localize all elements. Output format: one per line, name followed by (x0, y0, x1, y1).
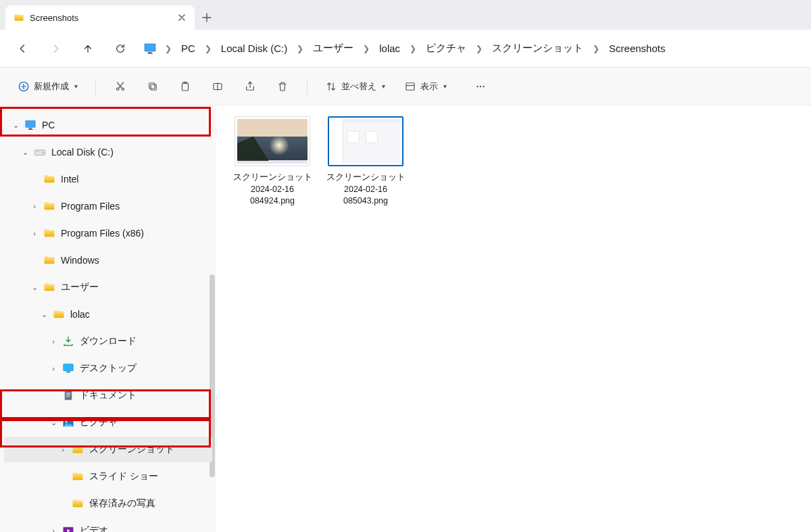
tree-label: Program Files (x86) (61, 228, 144, 239)
tree-label: ピクチャ (80, 416, 118, 429)
file-item[interactable]: スクリーンショット 2024-02-16 084924.png (232, 116, 312, 208)
tree-item-downloads[interactable]: › ダウンロード (4, 329, 212, 354)
document-icon (62, 389, 74, 402)
chevron-right-icon[interactable]: ❯ (202, 44, 214, 53)
paste-button[interactable] (172, 74, 199, 99)
tree-label: PC (42, 120, 55, 130)
chevron-down-icon: ▾ (382, 82, 385, 90)
new-button[interactable]: 新規作成 ▾ (11, 74, 84, 99)
tree-item-users[interactable]: ⌄ ユーザー (4, 274, 212, 300)
chevron-down-icon[interactable]: ⌄ (30, 283, 39, 292)
separator (95, 78, 96, 95)
tree-item-lolac[interactable]: ⌄ lolac (4, 301, 212, 327)
chevron-right-icon[interactable]: › (49, 337, 58, 346)
tab-title: Screenshots (30, 13, 172, 23)
up-button[interactable] (73, 35, 103, 62)
chevron-right-icon[interactable]: › (49, 364, 58, 373)
plus-circle-icon (18, 80, 30, 93)
sort-button[interactable]: 並べ替え ▾ (318, 74, 392, 99)
tree-item-local-disk[interactable]: ⌄ Local Disk (C:) (4, 139, 212, 165)
tree-label: 保存済みの写真 (89, 498, 155, 510)
tree-item-desktop[interactable]: › デスクトップ (4, 356, 212, 381)
tree-label: ドキュメント (80, 389, 137, 402)
tree-item-screenshots[interactable]: › スクリーンショット (4, 437, 212, 462)
tree-item-program-files[interactable]: › Program Files (4, 193, 212, 219)
sort-icon (325, 80, 337, 93)
chevron-right-icon[interactable]: ❯ (360, 44, 372, 53)
thumbnail-image (328, 116, 403, 166)
chevron-right-icon[interactable]: ❯ (407, 44, 419, 53)
breadcrumb-item[interactable]: lolac (375, 40, 404, 57)
tree-label: Windows (61, 255, 99, 266)
folder-icon (53, 308, 65, 320)
tree-item-pictures[interactable]: ⌄ ピクチャ (4, 410, 212, 435)
tree-label: Program Files (61, 201, 120, 212)
view-icon (404, 80, 416, 93)
monitor-icon (24, 119, 36, 131)
breadcrumb-item[interactable]: ピクチャ (422, 39, 470, 57)
folder-icon (14, 12, 24, 23)
folder-icon (72, 470, 84, 483)
video-icon (62, 525, 74, 532)
svg-rect-21 (149, 82, 155, 88)
svg-point-28 (483, 85, 484, 87)
share-button[interactable] (237, 74, 264, 99)
breadcrumb-item[interactable]: Screenshots (605, 40, 669, 57)
svg-rect-22 (182, 82, 189, 90)
tree-item-pc[interactable]: ⌄ PC (4, 112, 212, 138)
chevron-right-icon[interactable]: › (30, 201, 39, 211)
chevron-down-icon[interactable]: ⌄ (39, 310, 49, 319)
chevron-down-icon[interactable]: ⌄ (11, 120, 20, 130)
chevron-right-icon[interactable]: › (30, 228, 39, 238)
tree-item-windows[interactable]: › Windows (4, 247, 212, 273)
tree-label: スクリーンショット (89, 443, 174, 456)
chevron-right-icon[interactable]: ❯ (473, 44, 485, 53)
view-button[interactable]: 表示 ▾ (397, 74, 453, 99)
folder-icon (72, 498, 84, 510)
tree-item-documents[interactable]: › ドキュメント (4, 383, 212, 408)
delete-button[interactable] (269, 74, 296, 99)
forward-button[interactable] (41, 35, 70, 62)
rename-button[interactable] (204, 74, 231, 99)
breadcrumb-item[interactable]: PC (177, 40, 199, 57)
breadcrumb-item[interactable]: Local Disk (C:) (217, 40, 291, 57)
chevron-right-icon[interactable]: ❯ (294, 44, 306, 53)
close-tab-button[interactable] (177, 13, 187, 22)
cut-button[interactable] (107, 74, 134, 99)
pc-icon (143, 42, 157, 55)
tree-item-saved-pictures[interactable]: › 保存済みの写真 (4, 491, 212, 516)
tree-label: Intel (61, 174, 78, 185)
back-button[interactable] (8, 35, 38, 62)
folder-icon (43, 227, 55, 239)
tree-label: Local Disk (C:) (51, 147, 114, 158)
folder-icon (43, 173, 55, 185)
breadcrumb-item[interactable]: スクリーンショット (488, 39, 587, 57)
chevron-down-icon[interactable]: ⌄ (20, 147, 30, 157)
refresh-button[interactable] (105, 35, 135, 62)
copy-button[interactable] (139, 74, 166, 99)
desktop-icon (62, 362, 74, 374)
chevron-right-icon[interactable]: › (58, 445, 68, 454)
chevron-right-icon[interactable]: ❯ (590, 44, 602, 53)
file-list[interactable]: スクリーンショット 2024-02-16 084924.png スクリーンショッ… (216, 105, 811, 532)
tree-label: デスクトップ (80, 362, 137, 374)
tree-item-videos[interactable]: › ビデオ (4, 518, 212, 532)
tree-item-intel[interactable]: › Intel (4, 166, 212, 192)
tree-label: lolac (70, 309, 90, 320)
tree-item-program-files-x86[interactable]: › Program Files (x86) (4, 220, 212, 246)
download-icon (62, 335, 74, 347)
navigation-tree[interactable]: ⌄ PC ⌄ Local Disk (C:) › Intel › Program… (0, 105, 216, 532)
more-button[interactable] (467, 74, 494, 99)
breadcrumb-item[interactable]: ユーザー (309, 39, 358, 57)
tree-item-slideshow[interactable]: › スライド ショー (4, 464, 212, 489)
file-item[interactable]: スクリーンショット 2024-02-16 085043.png (326, 116, 406, 208)
chevron-down-icon[interactable]: ⌄ (49, 418, 58, 427)
svg-rect-20 (151, 84, 156, 90)
folder-icon (72, 443, 84, 456)
new-tab-button[interactable] (195, 5, 219, 30)
chevron-right-icon[interactable]: › (49, 526, 58, 532)
view-button-label: 表示 (420, 80, 438, 93)
window-tab[interactable]: Screenshots (5, 5, 195, 30)
chevron-right-icon[interactable]: ❯ (162, 44, 174, 53)
folder-icon (43, 200, 55, 212)
